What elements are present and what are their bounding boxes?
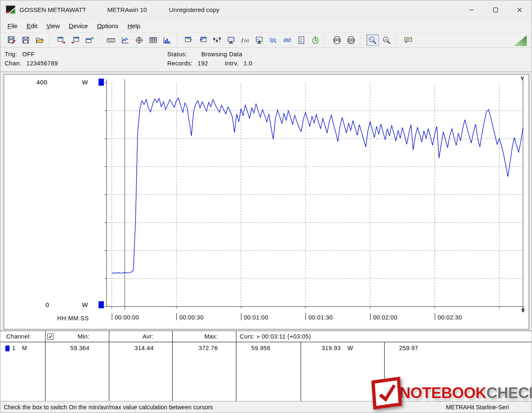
envelope-button[interactable] — [281, 34, 294, 46]
keyboard-button[interactable] — [105, 34, 117, 46]
open-button[interactable] — [34, 34, 46, 46]
import2-button[interactable] — [197, 34, 209, 46]
records-value: 192 — [197, 60, 208, 67]
maximize-button[interactable] — [484, 0, 508, 19]
toolbar-buttons: f(x)A — [5, 34, 414, 46]
status-row: Status: Browsing Data — [167, 51, 242, 58]
titlebar: GOSSEN METRAWATT METRAwin 10 Unregistere… — [0, 0, 532, 19]
table-button[interactable] — [147, 34, 159, 46]
timer-button[interactable] — [309, 34, 322, 46]
power-trace — [112, 98, 523, 273]
records-row: Records: 192 Intrv. 1.0 — [167, 60, 253, 67]
monitor-button[interactable] — [225, 34, 237, 46]
menu-device[interactable]: Device — [64, 21, 92, 31]
menu-help[interactable]: Help — [123, 21, 145, 31]
y-min-unit-label: W — [82, 301, 88, 308]
chan-row: Chan: 123456789 — [5, 60, 58, 67]
corner-indicator-icon — [515, 36, 527, 48]
chan-label: Chan: — [5, 60, 22, 67]
report-button[interactable] — [295, 34, 308, 46]
print-button[interactable] — [331, 34, 343, 46]
send-window-button[interactable] — [83, 34, 96, 46]
histogram-icon — [163, 36, 172, 44]
channel-header: Channel: — [6, 333, 31, 340]
channel-color-marker-top[interactable] — [99, 79, 104, 86]
app-logo-icon — [5, 5, 16, 14]
x-tick: 00:01:00 — [241, 313, 268, 320]
avr-header: Avr: — [112, 333, 154, 340]
monitor-values-button[interactable] — [253, 34, 265, 46]
zoom-out-button[interactable]: A — [380, 34, 393, 46]
statusbar-hint: Check the box to switch On the min/avr/m… — [4, 404, 213, 411]
close-button[interactable] — [508, 0, 532, 19]
close-icon — [517, 7, 522, 12]
zoom-curve-button[interactable] — [366, 34, 379, 46]
y-max-label: 400 — [36, 79, 48, 86]
save-button[interactable] — [19, 34, 32, 46]
save-setup-button[interactable] — [5, 34, 18, 46]
toolbar-separator — [99, 35, 102, 45]
app-window: GOSSEN METRAWATT METRAwin 10 Unregistere… — [0, 0, 532, 413]
table-header-divider — [0, 342, 532, 342]
keyboard-icon — [106, 36, 116, 44]
tick-label: 00:02:30 — [438, 314, 462, 321]
toolbar-separator — [176, 35, 180, 45]
x-tick: 00:02:30 — [435, 313, 462, 320]
formula-icon: f(x) — [241, 36, 250, 44]
table-icon — [149, 36, 158, 44]
export-window-button[interactable] — [55, 34, 67, 46]
menu-edit[interactable]: Edit — [22, 21, 42, 31]
trig-label: Trig: — [5, 51, 17, 58]
menu-options[interactable]: Options — [92, 21, 123, 31]
trig-row: Trig: OFF — [5, 51, 35, 58]
zoom-out-icon: A — [382, 36, 391, 44]
import-window-icon — [71, 36, 80, 44]
save-setup-icon — [7, 36, 16, 44]
histogram-button[interactable] — [161, 34, 173, 46]
statusbar: Check the box to switch On the min/avr/m… — [0, 401, 532, 413]
power-chart[interactable]: Y — [4, 74, 529, 329]
tick-mark — [435, 313, 435, 320]
export-window-icon — [57, 36, 66, 44]
menu-view[interactable]: View — [42, 21, 64, 31]
table-divider — [384, 342, 385, 401]
toolbar-separator — [49, 35, 52, 45]
tick-label: 00:01:30 — [308, 314, 333, 321]
channel-1-color-marker[interactable] — [5, 346, 10, 351]
cursor-y-handle[interactable]: Y — [520, 75, 524, 82]
tick-label: 00:01:00 — [244, 314, 268, 321]
cursor-delta-value: 259.97 — [399, 345, 418, 351]
y-min-label: 0 — [46, 301, 49, 308]
tick-mark — [241, 313, 241, 320]
toolbar-separator — [325, 35, 328, 45]
y-max-unit-label: W — [82, 79, 88, 86]
waveform-icon — [269, 36, 278, 44]
cursor-unit-label: W — [347, 345, 353, 351]
trend-button[interactable] — [119, 34, 131, 46]
waveform-button[interactable] — [267, 34, 279, 46]
svg-text:A: A — [385, 37, 387, 41]
print-icon — [332, 36, 342, 44]
open-icon — [35, 36, 44, 44]
tick-mark — [306, 313, 306, 320]
x-tick: 00:01:30 — [306, 313, 333, 320]
trig-value: OFF — [22, 51, 34, 58]
export2-button[interactable] — [183, 34, 195, 46]
monitor-icon — [226, 36, 236, 44]
channel-color-marker-bottom[interactable] — [99, 301, 104, 308]
tooltip-button[interactable] — [402, 34, 414, 46]
x-tick: 00:00:30 — [176, 313, 204, 320]
svg-text:(x): (x) — [244, 38, 249, 43]
import-window-button[interactable] — [69, 34, 82, 46]
menu-file[interactable]: File — [3, 21, 22, 31]
formula-button[interactable]: f(x) — [239, 34, 251, 46]
scope-button[interactable] — [133, 34, 145, 46]
avr-value: 314.44 — [112, 345, 154, 351]
cursor1-value: 59.958 — [229, 345, 270, 351]
tick-label: 00:02:00 — [373, 314, 397, 321]
statusbar-divider — [443, 402, 443, 413]
minimize-button[interactable] — [460, 0, 484, 19]
print-setup-button[interactable] — [345, 34, 357, 46]
status-value: Browsing Data — [201, 51, 243, 58]
channels-button[interactable] — [211, 34, 223, 46]
